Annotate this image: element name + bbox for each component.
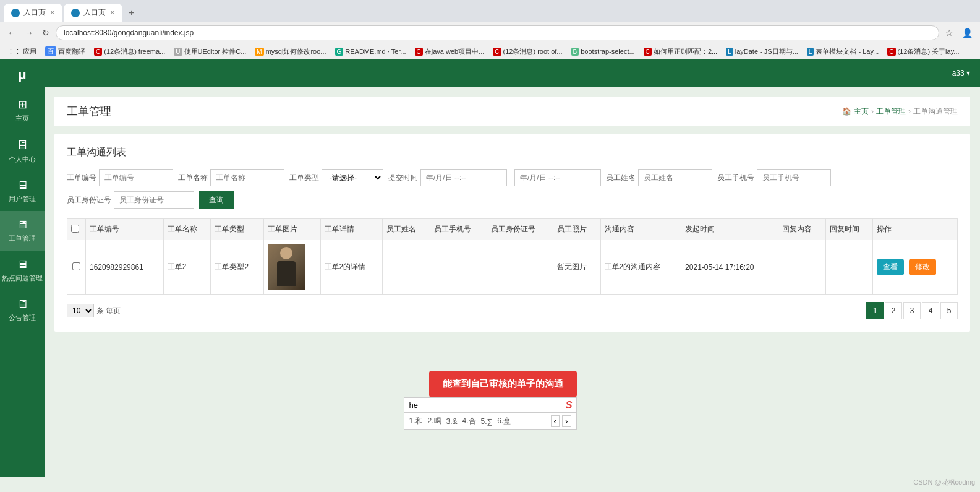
cell-reply-content: [778, 240, 825, 295]
bookmark-3[interactable]: C (12条消息) freema...: [92, 46, 168, 58]
suggestion-1[interactable]: 1.和: [409, 416, 423, 426]
sidebar-item-profile[interactable]: 🖥 个人中心: [0, 131, 45, 171]
suggestion-6[interactable]: 6.盒: [497, 416, 511, 426]
row-checkbox-cell: [67, 240, 86, 295]
input-work-order-id[interactable]: [99, 169, 173, 186]
bookmark-4[interactable]: U 使用UEditor 控件C...: [171, 46, 249, 58]
forward-button[interactable]: →: [22, 27, 36, 39]
bookmark-10[interactable]: C 如何用正则匹配：2...: [641, 46, 720, 58]
sidebar-item-work-order-label: 工单管理: [9, 234, 36, 243]
bookmark-star[interactable]: ☆: [943, 27, 956, 39]
label-work-order-name: 工单名称: [178, 173, 208, 183]
address-bar[interactable]: localhost:8080/gongdanguanli/index.jsp: [56, 25, 939, 40]
bookmark-9[interactable]: B bootstrap-select...: [569, 46, 637, 57]
breadcrumb-home-link[interactable]: 主页: [854, 106, 869, 117]
cell-emp-name: [382, 240, 430, 295]
tab-close-1[interactable]: ✕: [49, 9, 55, 17]
table-footer: 10 20 50 条 每页 1 2 3 4 5: [67, 302, 958, 319]
home-icon: ⊞: [18, 98, 27, 111]
input-emp-idcard[interactable]: [114, 191, 194, 209]
bookmark-8-label: (12条消息) root of...: [503, 47, 563, 56]
bookmark-7-label: 在java web项目中...: [425, 47, 485, 56]
input-work-order-name[interactable]: [210, 169, 284, 186]
work-order-table: 工单编号 工单名称 工单类型 工单图片 工单详情 员工姓名 员工手机号 员工身份…: [67, 218, 958, 295]
browser-tab-1[interactable]: 入口页 ✕: [4, 4, 62, 22]
page-btn-3[interactable]: 3: [903, 302, 921, 319]
bookmark-7[interactable]: C 在java web项目中...: [412, 46, 487, 58]
input-emp-phone[interactable]: [757, 169, 831, 186]
callout-text-input[interactable]: [404, 398, 562, 412]
page-btn-5[interactable]: 5: [940, 302, 958, 319]
bm9-icon: B: [571, 48, 579, 56]
bm11-icon: L: [726, 48, 733, 56]
bm8-icon: C: [493, 48, 501, 56]
bookmark-apps-label: 应用: [23, 47, 36, 56]
callout-bubble: 能查到自己审核的单子的沟通: [429, 371, 577, 397]
suggestion-prev[interactable]: ‹: [551, 415, 560, 427]
page-header: 工单管理 🏠 主页 › 工单管理 › 工单沟通管理: [54, 97, 970, 126]
cell-actions: 查看 修改: [873, 240, 958, 295]
table-body: 1620982929861 工单2 工单类型2 工单2的详情: [67, 240, 958, 295]
suggestion-2[interactable]: 2.喝: [428, 416, 441, 426]
bookmark-8[interactable]: C (12条消息) root of...: [490, 46, 565, 58]
suggestion-4[interactable]: 4.合: [462, 416, 476, 426]
new-tab-button[interactable]: +: [124, 6, 139, 20]
page-btn-1[interactable]: 1: [866, 302, 884, 319]
page-btn-4[interactable]: 4: [922, 302, 939, 319]
row-checkbox[interactable]: [72, 262, 80, 270]
input-time-from[interactable]: [420, 169, 507, 186]
user-menu[interactable]: a33 ▾: [952, 69, 970, 77]
cell-emp-photo: 暂无图片: [553, 240, 600, 295]
th-action: 操作: [873, 219, 958, 240]
user-profile[interactable]: 👤: [960, 27, 975, 39]
bookmark-5[interactable]: M mysql如何修改roo...: [252, 46, 328, 58]
cell-launch-time: 2021-05-14 17:16:20: [681, 240, 778, 295]
query-button[interactable]: 查询: [199, 191, 234, 209]
breadcrumb: 🏠 主页 › 工单管理 › 工单沟通管理: [842, 106, 958, 117]
page-size-label: 条 每页: [96, 306, 121, 316]
input-s-logo: S: [562, 400, 576, 411]
table-row: 1620982929861 工单2 工单类型2 工单2的详情: [67, 240, 958, 295]
th-image: 工单图片: [263, 219, 320, 240]
bookmark-11[interactable]: L layDate - JS日期与...: [723, 46, 801, 58]
back-button[interactable]: ←: [5, 27, 19, 39]
work-order-icon: 🖥: [17, 218, 28, 231]
select-all-checkbox[interactable]: [71, 225, 79, 233]
suggestion-next[interactable]: ›: [562, 415, 571, 427]
select-work-order-type[interactable]: -请选择-: [322, 169, 383, 186]
bookmark-apps[interactable]: ⋮⋮ 应用: [5, 46, 39, 58]
profile-icon: 🖥: [16, 138, 28, 152]
th-emp-photo: 员工照片: [553, 219, 600, 240]
page-size-select[interactable]: 10 20 50: [67, 304, 94, 317]
sidebar-item-user-mgmt[interactable]: 🖥 用户管理: [0, 171, 45, 211]
bookmark-translate[interactable]: 百 百度翻译: [43, 45, 88, 58]
input-emp-name[interactable]: [638, 169, 712, 186]
edit-button[interactable]: 修改: [909, 259, 936, 275]
page-btn-2[interactable]: 2: [885, 302, 902, 319]
bm3-icon: C: [94, 48, 102, 56]
form-group-time: 提交时间: [388, 169, 601, 186]
callout-suggestions: 1.和 2.喝 3.& 4.合 5.∑ 6.盒 ‹ ›: [404, 413, 577, 430]
bookmark-6-label: README.md · Ter...: [345, 48, 406, 55]
bookmark-12[interactable]: L 表单模块文档 - Lay...: [804, 46, 881, 58]
sidebar-item-announcement[interactable]: 🖥 公告管理: [0, 290, 45, 330]
sidebar-item-home[interactable]: ⊞ 主页: [0, 90, 45, 131]
sidebar-item-user-mgmt-label: 用户管理: [9, 194, 36, 204]
suggestion-3[interactable]: 3.&: [446, 417, 458, 426]
bookmark-6[interactable]: G README.md · Ter...: [333, 46, 409, 57]
suggestion-5[interactable]: 5.∑: [481, 417, 493, 426]
breadcrumb-parent-link[interactable]: 工单管理: [876, 106, 906, 117]
th-comm-content: 沟通内容: [600, 219, 681, 240]
bookmark-13[interactable]: C (12条消息) 关于lay...: [885, 46, 961, 58]
input-time-to[interactable]: [514, 169, 601, 186]
cell-emp-phone: [430, 240, 487, 295]
sidebar: μ ⊞ 主页 🖥 个人中心 🖥 用户管理 🖥 工单管理 🖥 热点问题管理 🖥 公…: [0, 59, 45, 477]
view-button[interactable]: 查看: [877, 259, 904, 275]
breadcrumb-current: 工单沟通管理: [913, 106, 958, 117]
sidebar-item-hotspot[interactable]: 🖥 热点问题管理: [0, 251, 45, 290]
browser-tab-2[interactable]: 入口页 ✕: [64, 4, 122, 22]
tab-favicon-1: [11, 9, 20, 17]
tab-close-2[interactable]: ✕: [109, 9, 115, 17]
refresh-button[interactable]: ↻: [40, 27, 52, 39]
sidebar-item-work-order[interactable]: 🖥 工单管理: [0, 211, 45, 251]
